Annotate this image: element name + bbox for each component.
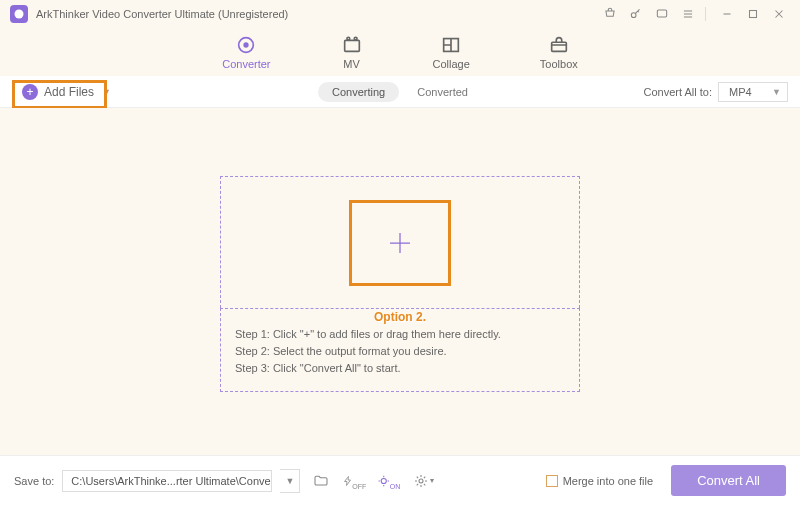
svg-rect-10: [551, 42, 566, 51]
checkbox-icon: [546, 475, 558, 487]
mv-icon: [341, 34, 363, 56]
tab-toolbox[interactable]: Toolbox: [540, 34, 578, 70]
tab-converter[interactable]: Converter: [222, 34, 270, 70]
add-files-plus[interactable]: [349, 200, 451, 286]
titlebar: ArkThinker Video Converter Ultimate (Unr…: [0, 0, 800, 28]
subbar: + Add Files ▼ Converting Converted Conve…: [0, 76, 800, 108]
toolbox-icon: [548, 34, 570, 56]
svg-point-8: [354, 37, 357, 40]
footer: Save to: C:\Users\ArkThinke...rter Ultim…: [0, 455, 800, 505]
content-area: Option 2. Step 1: Click "+" to add files…: [0, 108, 800, 455]
step1-text: Step 1: Click "+" to add files or drag t…: [235, 328, 565, 340]
svg-rect-3: [750, 11, 757, 18]
step3-text: Step 3: Click "Convert All" to start.: [235, 362, 565, 374]
cart-icon[interactable]: [599, 3, 621, 25]
close-icon[interactable]: [768, 3, 790, 25]
tab-mv[interactable]: MV: [341, 34, 363, 70]
add-files-label: Add Files: [44, 85, 94, 99]
feedback-icon[interactable]: [651, 3, 673, 25]
menu-icon[interactable]: [677, 3, 699, 25]
converting-tab[interactable]: Converting: [318, 82, 399, 102]
chevron-down-icon: ▼: [102, 87, 111, 97]
app-title: ArkThinker Video Converter Ultimate (Unr…: [36, 8, 288, 20]
key-icon[interactable]: [625, 3, 647, 25]
chevron-down-icon: ▼: [772, 87, 781, 97]
format-select[interactable]: MP4 ▼: [718, 82, 788, 102]
plus-icon: +: [22, 84, 38, 100]
tab-label: MV: [343, 58, 360, 70]
svg-point-5: [245, 43, 249, 47]
open-folder-button[interactable]: [308, 469, 334, 493]
tab-label: Collage: [433, 58, 470, 70]
converted-tab[interactable]: Converted: [403, 82, 482, 102]
tab-label: Converter: [222, 58, 270, 70]
annotation-option2: Option 2.: [374, 310, 426, 324]
convert-all-button[interactable]: Convert All: [671, 465, 786, 496]
high-speed-button[interactable]: ON: [376, 469, 402, 493]
save-path[interactable]: C:\Users\ArkThinke...rter Ultimate\Conve…: [62, 470, 272, 492]
convert-all-to-label: Convert All to:: [644, 86, 712, 98]
step2-text: Step 2: Select the output format you des…: [235, 345, 565, 357]
convert-toggle: Converting Converted: [318, 82, 482, 102]
svg-point-0: [15, 10, 24, 19]
save-to-label: Save to:: [14, 475, 54, 487]
tab-collage[interactable]: Collage: [433, 34, 470, 70]
minimize-icon[interactable]: [716, 3, 738, 25]
svg-point-7: [346, 37, 349, 40]
maximize-icon[interactable]: [742, 3, 764, 25]
tab-label: Toolbox: [540, 58, 578, 70]
main-tabs: Converter MV Collage Toolbox: [0, 28, 800, 76]
settings-button[interactable]: ▾: [410, 469, 436, 493]
svg-rect-6: [344, 40, 359, 51]
app-logo: [10, 5, 28, 23]
converter-icon: [235, 34, 257, 56]
svg-point-1: [631, 13, 636, 18]
merge-checkbox[interactable]: Merge into one file: [546, 475, 654, 487]
convert-all-to: Convert All to: MP4 ▼: [644, 82, 788, 102]
add-files-button[interactable]: + Add Files ▼: [12, 80, 121, 104]
svg-point-11: [382, 478, 387, 483]
format-value: MP4: [729, 86, 752, 98]
svg-point-12: [419, 479, 423, 483]
save-path-dropdown[interactable]: ▼: [280, 469, 300, 493]
gpu-accel-button[interactable]: OFF: [342, 469, 368, 493]
drop-zone: Option 2. Step 1: Click "+" to add files…: [220, 176, 580, 392]
drop-zone-top[interactable]: [220, 176, 580, 308]
merge-label: Merge into one file: [563, 475, 654, 487]
collage-icon: [440, 34, 462, 56]
